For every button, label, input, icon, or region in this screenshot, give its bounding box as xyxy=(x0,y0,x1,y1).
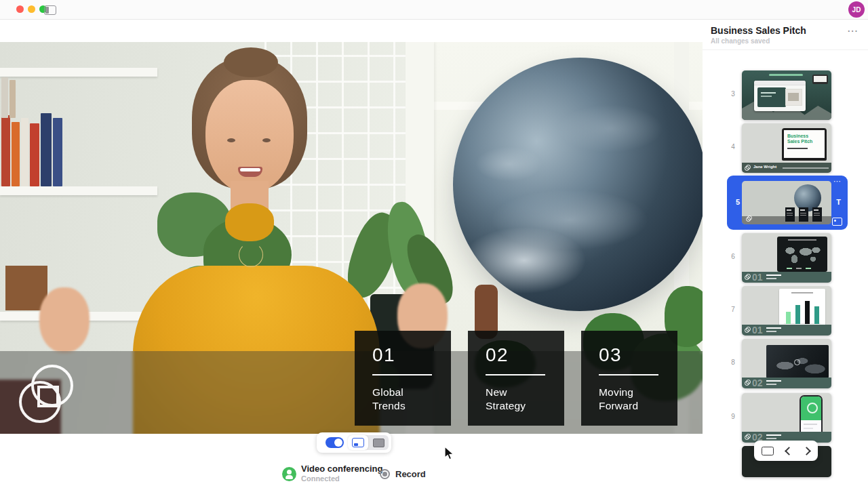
book-spine xyxy=(9,80,16,118)
divider xyxy=(486,374,545,375)
earth-globe-graphic xyxy=(453,58,703,311)
brand-logo-mini xyxy=(746,216,752,222)
brand-logo-mini xyxy=(745,327,751,333)
slide-options-icon[interactable]: ⋯ xyxy=(833,177,842,186)
presenter-visibility-toggle[interactable] xyxy=(326,437,344,448)
user-avatar[interactable]: JD xyxy=(848,1,865,18)
slide-thumbnail-8[interactable]: 02 xyxy=(742,339,831,388)
slide-thumbnail-4[interactable]: Business Sales Pitch Jane Wright xyxy=(742,123,831,173)
book-spine xyxy=(30,123,39,186)
layout-segmented-control xyxy=(348,435,389,450)
strip-number: 01 xyxy=(752,272,763,283)
slide-row: 4 Business Sales Pitch Jane Wright xyxy=(703,123,868,174)
presenter-hair-bun xyxy=(224,47,278,77)
presenter-controls-pill xyxy=(317,432,391,453)
record-button[interactable]: Record xyxy=(395,469,426,479)
presenter-video-stage: 01 Global Trends 02 New Strategy 03 Movi… xyxy=(0,42,703,434)
slide-nav-pill xyxy=(754,441,818,461)
slide-row: 3 xyxy=(703,70,868,121)
text-tool-icon[interactable]: T xyxy=(836,198,841,206)
slide-number: 6 xyxy=(728,253,738,260)
photo-mini xyxy=(766,345,829,378)
agenda-label: Global Trends xyxy=(372,386,437,413)
save-status: All changes saved xyxy=(711,37,770,45)
next-slide-button[interactable] xyxy=(802,447,811,455)
slide-number: 3 xyxy=(728,90,738,98)
slide-number: 8 xyxy=(728,359,738,366)
video-conferencing-status: Connected xyxy=(301,474,340,483)
slide-row: 8 02 xyxy=(703,339,868,389)
app-window: JD xyxy=(0,0,868,488)
book-spine xyxy=(1,77,8,118)
more-menu-icon[interactable]: ⋯ xyxy=(847,24,859,37)
slide-thumbnail-5[interactable] xyxy=(742,181,831,224)
slide-row: 9 02 xyxy=(703,393,868,443)
slide-row-selected[interactable]: 5 ⋯ T xyxy=(727,176,848,230)
book-spine xyxy=(12,122,20,186)
book-spine xyxy=(53,118,62,186)
slide-number: 9 xyxy=(728,413,738,420)
presenter-collar xyxy=(225,203,274,241)
brand-logo-mini xyxy=(745,434,751,440)
book-spine xyxy=(1,115,10,186)
strip-number: 02 xyxy=(752,378,763,388)
book-spine xyxy=(41,113,52,186)
agenda-card-1: 01 Global Trends xyxy=(355,331,451,426)
slide-number: 5 xyxy=(736,198,740,206)
window-titlebar: JD xyxy=(0,0,868,20)
agenda-card-3: 03 Moving Forward xyxy=(581,331,677,426)
brand-logo-mini xyxy=(745,274,751,280)
slide-thumbnail-6[interactable]: 01 xyxy=(742,233,831,283)
brand-logo-watermark xyxy=(19,365,75,426)
thumb-screen-title: Business Sales Pitch xyxy=(787,134,818,144)
agenda-label: New Strategy xyxy=(486,386,550,413)
agenda-number: 03 xyxy=(599,344,677,366)
slide-thumbnail-7[interactable]: 01 xyxy=(742,286,831,336)
presenter-face xyxy=(205,80,294,194)
agenda-number: 01 xyxy=(372,344,451,366)
record-icon[interactable] xyxy=(380,469,390,479)
presenter-name: Jane Wright xyxy=(753,165,776,169)
picture-in-picture-icon xyxy=(352,438,364,447)
agenda-label: Moving Forward xyxy=(599,386,663,413)
present-display-icon[interactable] xyxy=(762,447,774,455)
slide-thumbnail-9[interactable]: 02 xyxy=(742,393,831,443)
slide-number: 4 xyxy=(728,143,738,150)
book-spine xyxy=(21,118,28,186)
slide-row: 7 01 xyxy=(703,286,868,336)
image-tool-icon[interactable] xyxy=(832,218,842,226)
previous-slide-button[interactable] xyxy=(785,447,793,455)
sidebar-toggle-icon[interactable] xyxy=(44,5,56,15)
picture-in-picture-layout-button[interactable] xyxy=(348,435,368,450)
brand-logo-mini xyxy=(745,380,751,386)
presenter-necklace xyxy=(239,243,263,267)
slides-sidebar: Business Sales Pitch All changes saved ⋯… xyxy=(703,19,868,488)
agenda-card-2: 02 New Strategy xyxy=(468,331,564,426)
slide-thumbnail-3[interactable] xyxy=(742,70,831,120)
minimize-window-button[interactable] xyxy=(28,5,35,13)
close-window-button[interactable] xyxy=(16,5,24,13)
world-map-mini xyxy=(781,243,824,264)
fullscreen-icon xyxy=(373,439,384,447)
video-conferencing-label: Video conferencing xyxy=(301,464,382,474)
divider xyxy=(599,374,658,375)
sidebar-header: Business Sales Pitch All changes saved ⋯ xyxy=(703,19,868,50)
presenter-hand xyxy=(39,287,90,352)
presentation-title: Business Sales Pitch xyxy=(711,25,806,36)
divider xyxy=(372,374,432,375)
brand-logo-mini xyxy=(745,165,751,171)
slide-number: 7 xyxy=(728,306,738,313)
slide-row: 6 01 xyxy=(703,233,868,283)
strip-number: 01 xyxy=(752,325,763,336)
video-conferencing-icon[interactable] xyxy=(282,467,296,481)
mouse-cursor xyxy=(444,446,454,464)
fullscreen-layout-button[interactable] xyxy=(368,435,389,450)
agenda-number: 02 xyxy=(486,344,564,366)
